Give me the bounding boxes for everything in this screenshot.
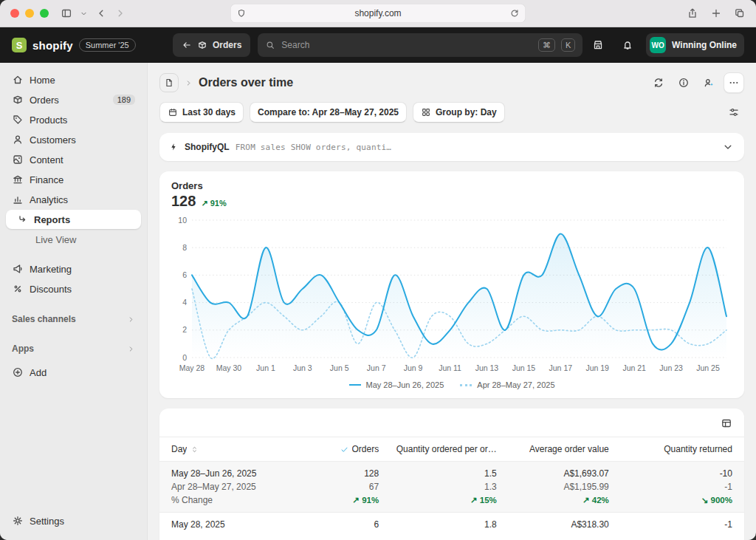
sidebar-section-sales-channels[interactable]: Sales channels [6, 310, 141, 329]
home-icon [12, 74, 24, 86]
shopify-logo-icon: S [12, 38, 27, 52]
page-header: Orders over time [159, 72, 744, 93]
discounts-icon [12, 283, 24, 295]
svg-text:Jun 9: Jun 9 [404, 363, 423, 372]
report-breadcrumb-button[interactable] [159, 73, 179, 92]
tab-overview-button[interactable] [734, 7, 746, 19]
report-info-button[interactable] [673, 72, 694, 93]
section-label: Apps [12, 344, 34, 354]
sidebar-item-label: Customers [30, 134, 76, 146]
svg-text:May 30: May 30 [216, 363, 242, 372]
store-icon [592, 39, 604, 51]
close-window-button[interactable] [10, 9, 19, 18]
sidebar-item-label: Reports [34, 214, 70, 225]
column-header-quantity-ordered-per-or[interactable]: Quantity ordered per or… [379, 437, 497, 461]
lightning-icon [168, 142, 179, 152]
browser-forward-button[interactable] [114, 7, 126, 19]
svg-text:10: 10 [178, 216, 187, 225]
notifications-button[interactable] [616, 34, 639, 56]
table-view-button[interactable] [716, 413, 737, 434]
column-header-day[interactable]: Day [171, 437, 306, 461]
chevron-right-icon [127, 315, 135, 324]
sidebar-nav: HomeOrders189ProductsCustomersContentFin… [6, 70, 141, 299]
refresh-report-button[interactable] [648, 72, 669, 93]
compare-filter[interactable]: Compare to: Apr 28–May 27, 2025 [250, 102, 407, 123]
sidebar-item-label: Discounts [30, 284, 72, 295]
sidebar-item-live-view[interactable]: Live View [6, 230, 141, 249]
cell-value: ↗ 91% [306, 493, 379, 507]
sidebar-section-apps[interactable]: Apps [6, 339, 141, 358]
browser-back-button[interactable] [95, 7, 107, 19]
sidebar-item-analytics[interactable]: Analytics [6, 190, 141, 209]
cell-value: 1.8 [379, 513, 497, 536]
legend-current-period[interactable]: May 28–Jun 26, 2025 [349, 380, 444, 389]
sidebar-item-content[interactable]: Content [6, 150, 141, 169]
date-range-label: Last 30 days [182, 107, 236, 117]
sidebar-toggle-button[interactable] [61, 7, 72, 19]
column-header-orders[interactable]: Orders [306, 437, 379, 461]
sidebar-item-add[interactable]: Add [6, 363, 141, 382]
global-search[interactable]: ⌘ K [258, 33, 583, 57]
user-menu[interactable]: WO Winning Online [646, 33, 744, 57]
sidebar-item-finance[interactable]: Finance [6, 170, 141, 189]
orders-context-button[interactable]: Orders [173, 33, 250, 57]
row-label: Apr 28–May 27, 2025 [171, 480, 306, 493]
breadcrumb-chevron-icon [185, 79, 193, 87]
cell-value: A$318.30 [497, 513, 609, 536]
reload-button[interactable] [509, 8, 520, 18]
display-options-button[interactable] [724, 102, 744, 123]
svg-text:4: 4 [182, 298, 187, 307]
sidebar: HomeOrders189ProductsCustomersContentFin… [0, 63, 148, 540]
date-range-filter[interactable]: Last 30 days [159, 102, 244, 123]
svg-text:Jun 19: Jun 19 [585, 363, 609, 372]
sidebar-item-customers[interactable]: Customers [6, 130, 141, 149]
group-by-filter[interactable]: Group by: Day [413, 102, 505, 123]
analytics-icon [12, 194, 24, 205]
address-bar[interactable]: shopify.com [230, 4, 526, 23]
shopify-brand[interactable]: S shopify Summer '25 [12, 38, 173, 52]
share-button[interactable] [687, 7, 698, 19]
report-file-icon [164, 78, 174, 88]
summary-row[interactable]: % Change↗ 91%↗ 15%↗ 42%↘ 900% [159, 493, 744, 507]
sidebar-item-marketing[interactable]: Marketing [6, 259, 141, 278]
svg-text:Jun 25: Jun 25 [696, 363, 720, 372]
summary-row[interactable]: Apr 28–May 27, 2025671.3A$1,195.99-1 [159, 480, 744, 493]
store-button[interactable] [587, 34, 609, 56]
summary-row[interactable]: May 28–Jun 26, 20251281.5A$1,693.07-10 [159, 467, 744, 480]
row-label: May 28–Jun 26, 2025 [171, 467, 306, 480]
table-row[interactable]: May 28, 202561.8A$318.30-1 [159, 512, 744, 536]
zoom-window-button[interactable] [40, 9, 49, 18]
cell-value: A$1,693.07 [497, 467, 609, 480]
sidebar-item-label: Orders [30, 95, 59, 106]
cell-value: -10 [609, 467, 732, 480]
shopifyql-label: ShopifyQL [185, 142, 230, 152]
tab-group-chevron-icon[interactable] [80, 10, 88, 18]
sidebar-item-products[interactable]: Products [6, 110, 141, 129]
sidekick-insights-button[interactable] [698, 72, 719, 93]
table-summary-block: May 28–Jun 26, 20251281.5A$1,693.07-10Ap… [159, 462, 744, 512]
chevron-down-icon [722, 141, 734, 153]
shopifyql-bar[interactable]: ShopifyQL FROM sales SHOW orders, quanti… [159, 133, 744, 161]
sidebar-item-label: Marketing [30, 264, 72, 275]
search-input[interactable] [281, 40, 532, 50]
sidebar-item-reports[interactable]: Reports [6, 210, 141, 229]
column-label: Average order value [529, 444, 609, 454]
browser-chrome: shopify.com [0, 0, 756, 27]
site-settings-icon[interactable] [236, 8, 247, 18]
minimize-window-button[interactable] [25, 9, 34, 18]
column-header-average-order-value[interactable]: Average order value [497, 437, 609, 461]
new-tab-button[interactable] [710, 7, 722, 19]
sidebar-item-discounts[interactable]: Discounts [6, 279, 141, 298]
customers-icon [12, 134, 24, 146]
sidebar-item-home[interactable]: Home [6, 70, 141, 89]
expand-query-button[interactable] [718, 137, 738, 157]
legend-compare-period[interactable]: Apr 28–May 27, 2025 [460, 380, 554, 389]
more-actions-button[interactable] [724, 72, 744, 93]
group-by-label: Group by: Day [436, 107, 497, 117]
sidebar-item-settings[interactable]: Settings [6, 511, 141, 530]
column-header-quantity-returned[interactable]: Quantity returned [609, 437, 732, 461]
edition-badge[interactable]: Summer '25 [79, 38, 136, 52]
kbd-k: K [561, 38, 575, 52]
column-label: Quantity ordered per or… [396, 444, 497, 454]
sidebar-item-orders[interactable]: Orders189 [6, 90, 141, 109]
